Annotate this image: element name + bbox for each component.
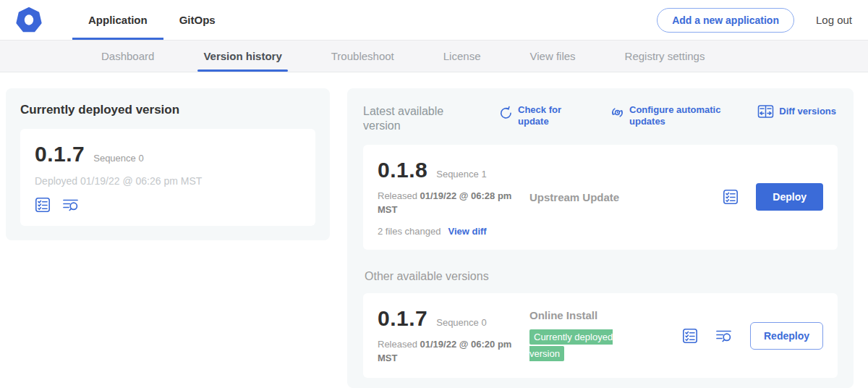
view-logs-icon[interactable]: [62, 197, 80, 213]
subnav-tab-view-files[interactable]: View files: [505, 41, 600, 72]
tab-application-label: Application: [88, 14, 148, 26]
latest-version-sequence: Sequence 1: [436, 169, 486, 180]
latest-version-row: 0.1.8 Sequence 1: [378, 158, 519, 182]
latest-version-info: 0.1.8 Sequence 1 Released 01/19/22 @ 06:…: [378, 158, 519, 237]
current-version-sequence: Sequence 0: [93, 153, 143, 164]
subnav-tab-view-files-label: View files: [529, 50, 575, 62]
refresh-icon: [499, 106, 513, 119]
configure-automatic-updates-action[interactable]: Configure automatic updates: [610, 104, 722, 128]
main-content: Currently deployed version 0.1.7 Sequenc…: [0, 72, 868, 388]
diff-versions-icon: [757, 104, 774, 119]
subnav-tab-license[interactable]: License: [419, 41, 506, 72]
released-label: Released: [378, 190, 420, 201]
view-diff-link[interactable]: View diff: [448, 226, 486, 237]
latest-version-files-row: 2 files changed View diff: [378, 226, 519, 237]
latest-version-actions: Deploy: [723, 183, 823, 211]
schedule-update-icon: [610, 106, 624, 119]
topnav-tabs: Application GitOps: [72, 0, 231, 40]
view-logs-icon[interactable]: [715, 328, 733, 344]
other-version-info: 0.1.7 Sequence 0 Released 01/19/22 @ 06:…: [378, 306, 519, 366]
top-navbar: Application GitOps Add a new application…: [0, 0, 868, 41]
preflight-checks-icon[interactable]: [682, 328, 698, 344]
current-version-row: 0.1.7 Sequence 0: [35, 142, 301, 166]
latest-version-source-col: Upstream Update: [529, 191, 651, 203]
other-version-card: 0.1.7 Sequence 0 Released 01/19/22 @ 06:…: [363, 293, 838, 379]
latest-version-released: Released 01/19/22 @ 06:28 pm MST: [378, 190, 526, 217]
subnav-tab-troubleshoot-label: Troubleshoot: [331, 50, 394, 62]
deploy-button[interactable]: Deploy: [756, 183, 823, 211]
check-for-update-label: Check for update: [518, 104, 566, 128]
subnav-tab-registry-settings-label: Registry settings: [625, 50, 705, 62]
other-version-released: Released 01/19/22 @ 06:20 pm MST: [378, 338, 526, 366]
current-version-number: 0.1.7: [35, 142, 85, 166]
other-version-row: 0.1.7 Sequence 0: [378, 306, 519, 331]
logout-link[interactable]: Log out: [816, 14, 852, 26]
currently-deployed-title: Currently deployed version: [20, 103, 315, 117]
diff-versions-action[interactable]: Diff versions: [757, 104, 836, 119]
other-version-source-col: Online Install Currently deployed versio…: [529, 309, 651, 363]
preflight-checks-icon[interactable]: [723, 189, 739, 205]
latest-version-source: Upstream Update: [529, 191, 651, 203]
files-changed-label: 2 files changed: [378, 226, 441, 237]
redeploy-button[interactable]: Redeploy: [750, 322, 823, 350]
latest-available-header: Latest available version Check for updat…: [363, 101, 838, 133]
subnav-tab-version-history[interactable]: Version history: [179, 41, 306, 72]
current-version-actions: [35, 197, 301, 213]
subnav-tab-license-label: License: [443, 50, 481, 62]
subnav-tab-troubleshoot[interactable]: Troubleshoot: [307, 41, 419, 72]
deployed-badge-wrap: Currently deployed version: [529, 329, 632, 363]
subnav-tab-dashboard[interactable]: Dashboard: [77, 41, 179, 72]
diff-versions-label: Diff versions: [779, 106, 836, 117]
other-version-number: 0.1.7: [378, 306, 427, 331]
app-logo-icon[interactable]: [16, 7, 42, 33]
tab-gitops-label: GitOps: [179, 14, 216, 26]
configure-automatic-updates-label: Configure automatic updates: [629, 104, 722, 128]
subnav-tab-dashboard-label: Dashboard: [101, 50, 154, 62]
subnav-tab-registry-settings[interactable]: Registry settings: [600, 41, 730, 72]
preflight-checks-icon[interactable]: [35, 197, 51, 213]
latest-available-panel: Latest available version Check for updat…: [347, 88, 854, 388]
app-subnav: Dashboard Version history Troubleshoot L…: [0, 41, 868, 72]
other-version-actions: Redeploy: [682, 322, 823, 350]
latest-available-title: Latest available version: [363, 104, 472, 133]
current-version-card: 0.1.7 Sequence 0 Deployed 01/19/22 @ 06:…: [20, 129, 315, 226]
currently-deployed-badge: Currently deployed version: [529, 329, 613, 361]
latest-version-card: 0.1.8 Sequence 1 Released 01/19/22 @ 06:…: [363, 145, 838, 250]
tab-application[interactable]: Application: [72, 0, 163, 40]
current-version-deployed-date: Deployed 01/19/22 @ 06:26 pm MST: [35, 175, 301, 187]
other-version-sequence: Sequence 0: [436, 317, 486, 328]
other-version-source: Online Install: [529, 309, 651, 321]
add-application-button[interactable]: Add a new application: [657, 8, 794, 33]
released-label: Released: [378, 339, 420, 350]
check-for-update-action[interactable]: Check for update: [499, 104, 566, 128]
subnav-tab-version-history-label: Version history: [203, 50, 281, 62]
other-available-versions-title: Other available versions: [365, 270, 838, 283]
tab-gitops[interactable]: GitOps: [163, 0, 231, 40]
latest-version-number: 0.1.8: [378, 158, 427, 182]
currently-deployed-panel: Currently deployed version 0.1.7 Sequenc…: [6, 88, 330, 240]
topnav-right: Add a new application Log out: [657, 8, 852, 33]
